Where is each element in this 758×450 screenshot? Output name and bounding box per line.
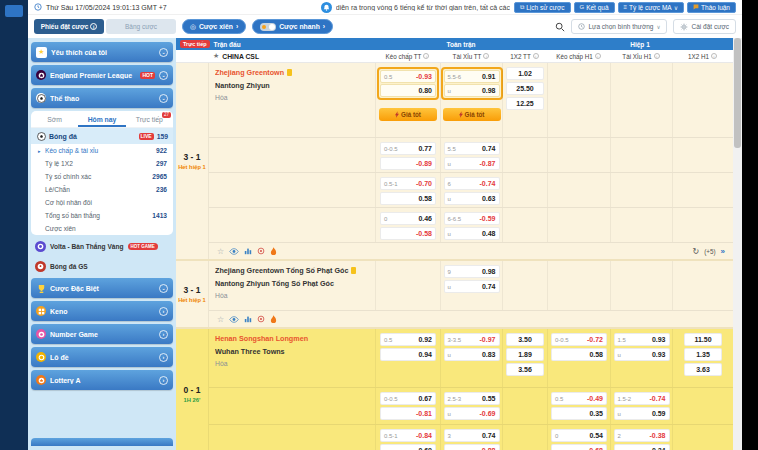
sidebar-item-special-bets[interactable]: Cược Đặc Biệt ⌄ xyxy=(31,278,173,298)
sidebar-item-favorites[interactable]: ★ Yêu thích của tôi ⌄ xyxy=(31,42,173,62)
sidebar-item-odd-even[interactable]: Lẻ/Chẵn 236 xyxy=(31,183,173,196)
chevron-down-icon[interactable]: ⌄ xyxy=(159,284,168,293)
league-header[interactable]: ★ CHINA CSL xyxy=(209,52,375,60)
quick-bet-button[interactable]: Cược nhanh › xyxy=(252,19,333,34)
odds-box[interactable]: 0-0.5-0.72 xyxy=(551,333,607,346)
odds-box[interactable]: u0.48 xyxy=(444,227,500,240)
odds-box[interactable]: 00.46 xyxy=(380,212,436,225)
sidebar-item-partial[interactable] xyxy=(31,438,173,446)
odds-box[interactable]: 1.5-2-0.74 xyxy=(614,392,670,405)
vertical-scrollbar[interactable] xyxy=(733,38,742,450)
teams-cell[interactable]: Zhejiang Greentown Tổng Số Phạt Góc Nant… xyxy=(209,261,375,310)
sidebar-item-double-chance[interactable]: Cơ hội nhân đôi xyxy=(31,196,173,209)
odds-box[interactable]: -0.58 xyxy=(380,227,436,240)
odds-box[interactable]: -0.81 xyxy=(380,407,436,420)
odds-box[interactable]: 1.02 xyxy=(506,67,544,80)
results-button[interactable]: G Kết quả xyxy=(574,2,615,13)
discussion-button[interactable]: Thảo luận xyxy=(687,2,736,13)
odds-box[interactable]: u-0.69 xyxy=(444,407,500,420)
favorite-star-icon[interactable]: ☆ xyxy=(217,315,224,324)
odds-box[interactable]: 00.54 xyxy=(551,429,607,442)
target-icon[interactable] xyxy=(257,247,265,255)
sidebar-item-volta[interactable]: Volta - Bàn Thắng Vàng HOT GAME xyxy=(31,238,173,255)
odds-box[interactable]: 0.5-1-0.84 xyxy=(380,429,436,442)
eye-icon[interactable] xyxy=(229,316,239,323)
odds-box[interactable]: 3.50 xyxy=(506,333,544,346)
league-star-icon[interactable]: ★ xyxy=(213,52,219,60)
odds-box[interactable]: 0-0.50.77 xyxy=(380,142,436,155)
info-icon[interactable]: i xyxy=(595,53,601,59)
sidebar-item-number-game[interactable]: Number Game › xyxy=(31,324,173,344)
odds-box[interactable]: 5.5-60.91 xyxy=(444,70,500,83)
odds-box[interactable]: 0.5-1-0.70 xyxy=(380,177,436,190)
sidebar-item-1x2[interactable]: Tỷ lệ 1X2 297 xyxy=(31,157,173,170)
odds-box[interactable]: u-0.87 xyxy=(444,157,500,170)
odds-box[interactable]: 12.25 xyxy=(506,97,544,110)
parlay-button[interactable]: ◎ Cược xiên › xyxy=(182,19,246,34)
odds-box[interactable]: 3.63 xyxy=(684,363,722,376)
odds-box[interactable]: 5.50.74 xyxy=(444,142,500,155)
odds-box[interactable]: 1.35 xyxy=(684,348,722,361)
odds-box[interactable]: 0.5-0.49 xyxy=(551,392,607,405)
odds-box[interactable]: 3-3.5-0.97 xyxy=(444,333,500,346)
sidebar-item-correct-score[interactable]: Tỷ số chính xác 2965 xyxy=(31,170,173,183)
odds-box[interactable]: 0.80 xyxy=(380,84,436,97)
tab-today[interactable]: Hôm nay xyxy=(78,111,125,127)
fire-icon[interactable] xyxy=(270,247,277,256)
info-icon[interactable]: i xyxy=(711,53,717,59)
sidebar-item-football-gs[interactable]: Bóng đá GS xyxy=(31,258,173,275)
best-price-button[interactable]: Giá tốt xyxy=(443,108,501,121)
sidebar-item-sports[interactable]: Thể thao ⌄ xyxy=(31,88,173,108)
target-icon[interactable] xyxy=(257,315,265,323)
more-markets-count[interactable]: (+5) xyxy=(704,248,715,255)
odds-type-dropdown[interactable]: ≡ Tỷ lệ cược MA ∨ xyxy=(618,2,684,13)
bet-settings-button[interactable]: Cài đặt cược xyxy=(673,19,736,34)
odds-box[interactable]: 3.56 xyxy=(506,363,544,376)
info-icon[interactable]: i xyxy=(483,53,489,59)
odds-box[interactable]: 0.58 xyxy=(380,192,436,205)
odds-box[interactable]: -0.89 xyxy=(380,157,436,170)
expand-markets-icon[interactable]: » xyxy=(721,247,725,256)
odds-box[interactable]: 90.98 xyxy=(444,265,500,278)
odds-box[interactable]: -0.68 xyxy=(551,444,607,450)
odds-box[interactable]: u0.74 xyxy=(444,280,500,293)
eye-icon[interactable] xyxy=(229,248,239,255)
odds-box[interactable]: 11.50 xyxy=(684,333,722,346)
odds-box[interactable]: 6-6.5-0.59 xyxy=(444,212,500,225)
sidebar-item-keno[interactable]: Keno › xyxy=(31,301,173,321)
sidebar-item-lottery-a[interactable]: Lottery A › xyxy=(31,370,173,390)
odds-box[interactable]: 0.5-0.93 xyxy=(380,70,436,83)
odds-box[interactable]: 2.5-30.55 xyxy=(444,392,500,405)
odds-box[interactable]: u0.98 xyxy=(444,84,500,97)
info-icon[interactable]: i xyxy=(654,53,660,59)
selection-mode-dropdown[interactable]: Lựa chọn bình thường ∨ xyxy=(571,19,667,34)
tab-bet-table[interactable]: Bảng cược xyxy=(106,19,176,34)
odds-box[interactable]: u0.63 xyxy=(444,192,500,205)
odds-box[interactable]: 0.35 xyxy=(551,407,607,420)
odds-box[interactable]: 1.89 xyxy=(506,348,544,361)
sidebar-item-football[interactable]: Bóng đá LIVE 159 xyxy=(31,128,173,144)
stats-icon[interactable] xyxy=(244,247,252,255)
odds-box[interactable]: 1.50.93 xyxy=(614,333,670,346)
tab-bet-slip[interactable]: Phiếu đặt cược i xyxy=(34,19,104,34)
fire-icon[interactable] xyxy=(270,315,277,324)
scrollbar-thumb[interactable] xyxy=(734,38,741,148)
odds-box[interactable]: 0-0.50.67 xyxy=(380,392,436,405)
app-logo-icon[interactable] xyxy=(5,5,23,17)
odds-box[interactable]: 0.94 xyxy=(380,348,436,361)
odds-box[interactable]: u0.59 xyxy=(614,407,670,420)
odds-box[interactable]: 25.50 xyxy=(506,82,544,95)
odds-box[interactable]: 30.74 xyxy=(444,429,500,442)
sidebar-item-hdp-ou[interactable]: ▸ Kèo chấp & tài xỉu 922 xyxy=(31,144,173,157)
chevron-down-icon[interactable]: ⌄ xyxy=(159,48,168,57)
best-price-button[interactable]: Giá tốt xyxy=(379,108,437,121)
tab-early[interactable]: Sớm xyxy=(31,111,78,127)
odds-box[interactable]: u-0.88 xyxy=(444,444,500,450)
odds-box[interactable]: u0.93 xyxy=(614,348,670,361)
info-icon[interactable]: i xyxy=(423,53,429,59)
stats-icon[interactable] xyxy=(244,315,252,323)
teams-cell[interactable]: Henan Songshan Longmen Wuhan Three Towns… xyxy=(209,329,375,387)
info-icon[interactable]: i xyxy=(533,53,539,59)
odds-box[interactable]: 0.58 xyxy=(551,348,607,361)
favorite-star-icon[interactable]: ☆ xyxy=(217,247,224,256)
